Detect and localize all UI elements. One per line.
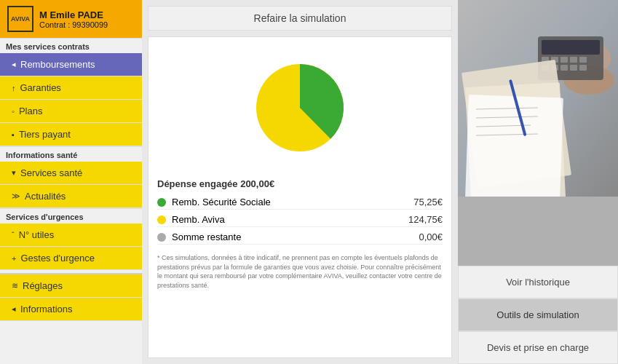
row-label-restante: Somme restante: [172, 232, 241, 242]
arrow-icon: ≋: [12, 281, 18, 290]
aviva-logo: AVIVA: [7, 6, 33, 32]
pie-chart: [245, 53, 354, 162]
simulation-body: Dépense engagée 200,00€ Remb. Sécurité S…: [148, 36, 452, 358]
svg-rect-9: [570, 57, 577, 63]
sidebar-item-plans[interactable]: ◦ Plans: [0, 100, 142, 123]
sidebar-item-tiers-payant[interactable]: ▪ Tiers payant: [0, 123, 142, 146]
sidebar-item-label: Gestes d'urgence: [20, 253, 95, 264]
arrow-icon: ▾: [12, 168, 16, 178]
sidebar: AVIVA M Emile PADE Contrat : 99390099 Me…: [0, 0, 142, 364]
sidebar-header: AVIVA M Emile PADE Contrat : 99390099: [0, 0, 142, 38]
photo-area: [458, 0, 618, 266]
outils-simulation-btn[interactable]: Outils de simulation: [458, 298, 618, 331]
data-row-secu: Remb. Sécurité Sociale 75,25€: [157, 195, 443, 210]
svg-rect-8: [560, 57, 568, 63]
devis-prise-en-charge-btn[interactable]: Devis et prise en charge: [458, 331, 618, 364]
sidebar-item-label: Garanties: [20, 82, 61, 93]
right-buttons: Voir l'historique Outils de simulation D…: [458, 266, 618, 364]
arrow-icon: ◂: [12, 60, 16, 69]
sidebar-item-label: Informations: [20, 304, 73, 314]
data-rows: Remb. Sécurité Sociale 75,25€ Remb. Aviv…: [157, 195, 443, 245]
row-value-restante: 0,00€: [419, 232, 443, 242]
data-row-restante: Somme restante 0,00€: [157, 230, 443, 245]
contract-number: Contrat : 99390099: [39, 20, 108, 29]
row-value-aviva: 124,75€: [408, 214, 443, 225]
arrow-icon: ◦: [12, 107, 15, 116]
user-name: M Emile PADE: [39, 9, 108, 20]
sidebar-item-numeros-utiles[interactable]: ˆ N° utiles: [0, 223, 142, 247]
sidebar-item-label: Tiers payant: [19, 129, 71, 140]
sidebar-item-label: Services santé: [20, 167, 82, 178]
arrow-icon: ▪: [12, 130, 15, 139]
dot-yellow: [157, 215, 166, 224]
simulation-header-btn[interactable]: Refaire la simulation: [148, 6, 452, 31]
simulation-btn-label: Refaire la simulation: [254, 12, 346, 24]
section-label-services: Mes services contrats: [0, 38, 142, 53]
sidebar-item-actualites[interactable]: ≫ Actualités: [0, 185, 142, 208]
dot-gray: [157, 233, 166, 242]
expense-title: Dépense engagée 200,00€: [157, 178, 443, 189]
footnote: * Ces simulations, données à titre indic…: [157, 253, 443, 290]
sidebar-item-label: Actualités: [25, 191, 66, 202]
sidebar-item-label: Plans: [19, 106, 43, 116]
logo-text: AVIVA: [11, 15, 30, 23]
svg-rect-14: [570, 65, 577, 71]
row-left: Remb. Sécurité Sociale: [157, 197, 271, 207]
sidebar-item-informations[interactable]: ◂ Informations: [0, 298, 142, 321]
row-value-secu: 75,25€: [413, 197, 443, 207]
section-label-urgences: Services d'urgences: [0, 208, 142, 223]
svg-rect-10: [579, 57, 587, 63]
desk-photo-svg: [458, 0, 618, 197]
arrow-icon: ˆ: [12, 231, 15, 240]
section-label-info-sante: Informations santé: [0, 146, 142, 162]
voir-historique-btn[interactable]: Voir l'historique: [458, 266, 618, 298]
svg-rect-15: [579, 65, 587, 71]
svg-rect-13: [560, 65, 568, 71]
arrow-icon: ◂: [12, 304, 16, 314]
svg-rect-18: [464, 95, 563, 197]
arrow-icon: +: [12, 254, 16, 263]
dot-green: [157, 198, 166, 207]
main-content: Refaire la simulation: [142, 0, 458, 364]
data-row-aviva: Remb. Aviva 124,75€: [157, 213, 443, 227]
row-label-aviva: Remb. Aviva: [172, 214, 225, 225]
row-left: Somme restante: [157, 232, 241, 242]
sidebar-item-gestes-urgence[interactable]: + Gestes d'urgence: [0, 247, 142, 270]
sidebar-item-label: N° utiles: [19, 229, 55, 240]
arrow-icon: ≫: [12, 191, 20, 201]
row-left: Remb. Aviva: [157, 214, 225, 225]
sidebar-item-garanties[interactable]: ↑ Garanties: [0, 76, 142, 100]
svg-rect-5: [542, 40, 600, 55]
right-panel: Voir l'historique Outils de simulation D…: [458, 0, 618, 364]
sidebar-item-remboursements[interactable]: ◂ Remboursements: [0, 53, 142, 76]
sidebar-item-services-sante[interactable]: ▾ Services santé: [0, 162, 142, 185]
user-info: M Emile PADE Contrat : 99390099: [39, 9, 108, 29]
sidebar-item-label: Remboursements: [20, 59, 95, 70]
arrow-icon: ↑: [12, 84, 16, 92]
chart-container: [157, 46, 443, 170]
sidebar-item-reglages[interactable]: ≋ Réglages: [0, 273, 142, 298]
row-label-secu: Remb. Sécurité Sociale: [172, 197, 271, 207]
sidebar-item-label: Réglages: [23, 280, 63, 291]
